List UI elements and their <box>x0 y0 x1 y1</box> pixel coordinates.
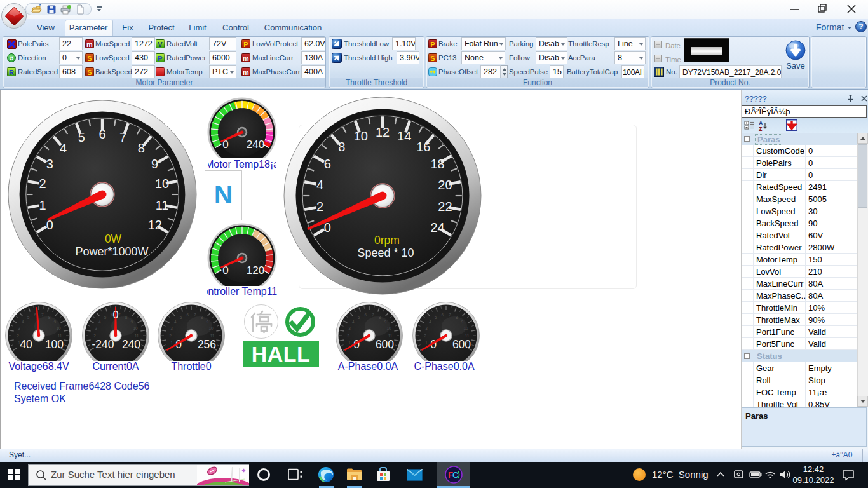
svg-text:9: 9 <box>130 320 133 324</box>
svg-text:2: 2 <box>17 334 19 338</box>
svg-text:9: 9 <box>461 320 463 324</box>
svg-text:6: 6 <box>186 313 189 317</box>
svg-text:5: 5 <box>358 315 360 320</box>
svg-text:Power*1000W: Power*1000W <box>75 245 148 258</box>
svg-text:2: 2 <box>39 177 46 191</box>
svg-text:10: 10 <box>56 326 61 330</box>
svg-text:2: 2 <box>424 334 426 338</box>
svg-text:7: 7 <box>194 313 196 317</box>
svg-text:3: 3 <box>170 326 173 330</box>
svg-text:6: 6 <box>441 313 444 317</box>
svg-text:240: 240 <box>122 338 140 351</box>
svg-text:11: 11 <box>388 334 393 338</box>
svg-text:Speed * 10: Speed * 10 <box>357 247 414 259</box>
svg-text:11: 11 <box>135 334 139 338</box>
svg-text:8: 8 <box>379 315 381 320</box>
svg-text:40: 40 <box>20 338 32 351</box>
svg-text:4: 4 <box>60 141 67 155</box>
svg-text:3: 3 <box>95 326 97 330</box>
svg-text:8: 8 <box>456 315 458 320</box>
svg-text:6: 6 <box>364 313 367 317</box>
svg-text:9: 9 <box>384 320 386 324</box>
svg-text:1: 1 <box>425 341 428 345</box>
svg-text:1: 1 <box>39 198 46 212</box>
svg-text:8: 8 <box>125 315 128 320</box>
svg-text:4: 4 <box>429 320 431 324</box>
svg-text:9: 9 <box>53 320 56 324</box>
svg-text:-240: -240 <box>92 338 114 351</box>
svg-text:10: 10 <box>208 326 214 330</box>
svg-text:4: 4 <box>316 178 323 192</box>
svg-text:14: 14 <box>397 129 411 143</box>
svg-text:8: 8 <box>201 315 203 320</box>
svg-text:3: 3 <box>425 326 428 330</box>
svg-text:20: 20 <box>438 178 452 192</box>
svg-text:12: 12 <box>376 125 390 139</box>
svg-text:3: 3 <box>348 326 351 330</box>
svg-text:10: 10 <box>463 326 468 330</box>
svg-text:10: 10 <box>386 326 391 330</box>
svg-text:5: 5 <box>104 315 107 320</box>
svg-text:5: 5 <box>78 130 85 144</box>
svg-text:600: 600 <box>452 338 471 351</box>
svg-text:4: 4 <box>98 320 101 324</box>
svg-text:18: 18 <box>430 157 444 171</box>
svg-text:4: 4 <box>22 320 24 324</box>
svg-text:11: 11 <box>58 334 62 338</box>
svg-text:9: 9 <box>206 320 208 324</box>
svg-text:0W: 0W <box>105 233 122 245</box>
svg-text:256: 256 <box>198 338 216 351</box>
svg-text:24: 24 <box>430 220 444 234</box>
svg-text:600: 600 <box>376 338 394 351</box>
svg-text:10: 10 <box>133 326 138 330</box>
svg-text:7: 7 <box>372 313 374 317</box>
svg-text:Z: Z <box>759 126 763 132</box>
svg-text:6: 6 <box>34 313 36 317</box>
svg-text:4: 4 <box>352 320 355 324</box>
svg-text:5: 5 <box>180 315 182 320</box>
svg-text:10: 10 <box>354 129 368 143</box>
svg-text:1: 1 <box>348 341 351 345</box>
svg-text:10: 10 <box>155 177 169 191</box>
svg-text:22: 22 <box>438 200 452 214</box>
svg-text:16: 16 <box>416 140 430 154</box>
svg-text:8: 8 <box>48 315 51 320</box>
svg-text:6: 6 <box>98 127 105 141</box>
svg-text:8: 8 <box>138 141 145 155</box>
svg-text:7: 7 <box>119 130 126 144</box>
svg-text:100: 100 <box>45 338 64 351</box>
svg-text:8: 8 <box>338 140 345 154</box>
svg-text:9: 9 <box>151 157 158 171</box>
svg-text:2: 2 <box>316 200 323 214</box>
svg-text:11: 11 <box>210 334 215 338</box>
svg-text:12: 12 <box>148 218 162 232</box>
svg-text:5: 5 <box>27 315 30 320</box>
svg-text:120: 120 <box>247 264 264 276</box>
svg-text:0rpm: 0rpm <box>374 234 400 247</box>
svg-text:4: 4 <box>174 320 177 324</box>
svg-text:1: 1 <box>170 341 173 345</box>
svg-text:2: 2 <box>169 334 172 338</box>
svg-text:11: 11 <box>156 198 169 212</box>
svg-text:2: 2 <box>93 334 96 338</box>
svg-text:7: 7 <box>449 313 451 317</box>
svg-text:6: 6 <box>324 157 331 171</box>
svg-text:2: 2 <box>347 334 349 338</box>
svg-text:5: 5 <box>435 315 437 320</box>
svg-text:3: 3 <box>46 157 53 171</box>
svg-text:0: 0 <box>113 309 119 320</box>
svg-text:7: 7 <box>118 313 121 317</box>
svg-text:7: 7 <box>41 313 44 317</box>
svg-text:3: 3 <box>18 326 20 330</box>
svg-text:11: 11 <box>465 334 470 338</box>
svg-text:240: 240 <box>247 139 264 151</box>
